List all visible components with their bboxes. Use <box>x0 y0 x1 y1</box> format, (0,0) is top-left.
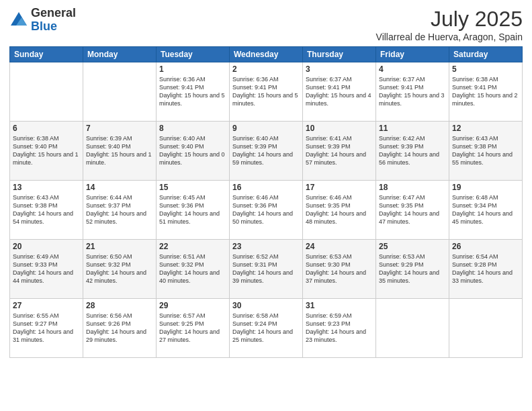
day-number: 27 <box>13 301 80 310</box>
calendar-cell: 10Sunrise: 6:41 AM Sunset: 9:39 PM Dayli… <box>303 122 376 181</box>
day-number: 18 <box>379 183 446 192</box>
logo-blue: Blue <box>31 19 57 33</box>
day-info: Sunrise: 6:38 AM Sunset: 9:41 PM Dayligh… <box>452 75 519 108</box>
weekday-header: Wednesday <box>230 47 303 62</box>
calendar-cell <box>83 62 157 122</box>
weekday-header: Friday <box>376 47 449 62</box>
day-number: 24 <box>306 242 373 251</box>
subtitle: Villarreal de Huerva, Aragon, Spain <box>376 32 523 42</box>
calendar-cell <box>449 299 523 358</box>
weekday-header: Thursday <box>303 47 376 62</box>
calendar-cell: 16Sunrise: 6:46 AM Sunset: 9:36 PM Dayli… <box>230 181 303 240</box>
day-number: 16 <box>232 183 300 192</box>
day-number: 31 <box>306 301 373 310</box>
day-number: 23 <box>232 242 300 251</box>
day-info: Sunrise: 6:49 AM Sunset: 9:33 PM Dayligh… <box>13 253 80 285</box>
main-title: July 2025 <box>376 7 523 32</box>
page: General Blue July 2025 Villarreal de Hue… <box>0 0 532 411</box>
day-number: 19 <box>452 183 519 192</box>
day-info: Sunrise: 6:42 AM Sunset: 9:39 PM Dayligh… <box>379 134 446 167</box>
day-number: 8 <box>159 124 226 133</box>
day-info: Sunrise: 6:53 AM Sunset: 9:30 PM Dayligh… <box>306 253 373 285</box>
calendar-cell: 17Sunrise: 6:46 AM Sunset: 9:35 PM Dayli… <box>303 181 376 240</box>
day-number: 17 <box>306 183 373 192</box>
calendar-cell: 24Sunrise: 6:53 AM Sunset: 9:30 PM Dayli… <box>303 240 376 299</box>
logo: General Blue <box>9 7 76 34</box>
day-number: 4 <box>379 64 446 74</box>
day-info: Sunrise: 6:37 AM Sunset: 9:41 PM Dayligh… <box>379 75 446 108</box>
calendar-header: SundayMondayTuesdayWednesdayThursdayFrid… <box>10 47 523 62</box>
day-number: 13 <box>13 183 80 192</box>
calendar-cell: 22Sunrise: 6:51 AM Sunset: 9:32 PM Dayli… <box>157 240 230 299</box>
calendar: SundayMondayTuesdayWednesdayThursdayFrid… <box>9 46 523 358</box>
calendar-cell: 15Sunrise: 6:45 AM Sunset: 9:36 PM Dayli… <box>157 181 230 240</box>
calendar-cell: 5Sunrise: 6:38 AM Sunset: 9:41 PM Daylig… <box>449 62 523 122</box>
day-number: 28 <box>86 301 153 310</box>
logo-text: General Blue <box>31 7 76 34</box>
day-info: Sunrise: 6:54 AM Sunset: 9:28 PM Dayligh… <box>452 253 519 285</box>
day-number: 29 <box>159 301 226 310</box>
calendar-cell: 6Sunrise: 6:38 AM Sunset: 9:40 PM Daylig… <box>10 122 83 181</box>
calendar-cell: 4Sunrise: 6:37 AM Sunset: 9:41 PM Daylig… <box>376 62 449 122</box>
day-info: Sunrise: 6:46 AM Sunset: 9:36 PM Dayligh… <box>232 193 300 226</box>
day-number: 10 <box>306 124 373 133</box>
calendar-cell <box>10 62 83 122</box>
calendar-cell: 8Sunrise: 6:40 AM Sunset: 9:40 PM Daylig… <box>157 122 230 181</box>
day-number: 7 <box>86 124 153 133</box>
weekday-header: Tuesday <box>157 47 230 62</box>
day-info: Sunrise: 6:37 AM Sunset: 9:41 PM Dayligh… <box>306 75 373 108</box>
day-info: Sunrise: 6:55 AM Sunset: 9:27 PM Dayligh… <box>13 312 80 345</box>
calendar-cell: 7Sunrise: 6:39 AM Sunset: 9:40 PM Daylig… <box>83 122 157 181</box>
day-info: Sunrise: 6:39 AM Sunset: 9:40 PM Dayligh… <box>86 134 153 167</box>
calendar-week-row: 1Sunrise: 6:36 AM Sunset: 9:41 PM Daylig… <box>10 62 523 122</box>
calendar-cell: 11Sunrise: 6:42 AM Sunset: 9:39 PM Dayli… <box>376 122 449 181</box>
calendar-cell: 19Sunrise: 6:48 AM Sunset: 9:34 PM Dayli… <box>449 181 523 240</box>
day-number: 12 <box>452 124 519 133</box>
day-info: Sunrise: 6:36 AM Sunset: 9:41 PM Dayligh… <box>232 75 300 108</box>
day-info: Sunrise: 6:59 AM Sunset: 9:23 PM Dayligh… <box>306 312 373 345</box>
day-number: 14 <box>86 183 153 192</box>
weekday-row: SundayMondayTuesdayWednesdayThursdayFrid… <box>10 47 523 62</box>
day-info: Sunrise: 6:43 AM Sunset: 9:38 PM Dayligh… <box>452 134 519 167</box>
day-info: Sunrise: 6:51 AM Sunset: 9:32 PM Dayligh… <box>159 253 226 285</box>
logo-icon <box>9 11 28 30</box>
day-number: 6 <box>13 124 80 133</box>
day-info: Sunrise: 6:52 AM Sunset: 9:31 PM Dayligh… <box>232 253 300 285</box>
day-info: Sunrise: 6:40 AM Sunset: 9:39 PM Dayligh… <box>232 134 300 167</box>
calendar-cell: 14Sunrise: 6:44 AM Sunset: 9:37 PM Dayli… <box>83 181 157 240</box>
calendar-cell: 31Sunrise: 6:59 AM Sunset: 9:23 PM Dayli… <box>303 299 376 358</box>
calendar-cell: 23Sunrise: 6:52 AM Sunset: 9:31 PM Dayli… <box>230 240 303 299</box>
day-number: 30 <box>232 301 300 310</box>
calendar-cell: 2Sunrise: 6:36 AM Sunset: 9:41 PM Daylig… <box>230 62 303 122</box>
calendar-cell: 25Sunrise: 6:53 AM Sunset: 9:29 PM Dayli… <box>376 240 449 299</box>
calendar-cell: 20Sunrise: 6:49 AM Sunset: 9:33 PM Dayli… <box>10 240 83 299</box>
calendar-cell: 29Sunrise: 6:57 AM Sunset: 9:25 PM Dayli… <box>157 299 230 358</box>
day-number: 2 <box>232 64 300 74</box>
title-block: July 2025 Villarreal de Huerva, Aragon, … <box>376 7 523 42</box>
day-info: Sunrise: 6:58 AM Sunset: 9:24 PM Dayligh… <box>232 312 300 345</box>
day-number: 20 <box>13 242 80 251</box>
weekday-header: Saturday <box>449 47 523 62</box>
calendar-cell: 27Sunrise: 6:55 AM Sunset: 9:27 PM Dayli… <box>10 299 83 358</box>
calendar-week-row: 13Sunrise: 6:43 AM Sunset: 9:38 PM Dayli… <box>10 181 523 240</box>
calendar-cell: 28Sunrise: 6:56 AM Sunset: 9:26 PM Dayli… <box>83 299 157 358</box>
calendar-cell: 12Sunrise: 6:43 AM Sunset: 9:38 PM Dayli… <box>449 122 523 181</box>
calendar-cell: 21Sunrise: 6:50 AM Sunset: 9:32 PM Dayli… <box>83 240 157 299</box>
day-number: 9 <box>232 124 300 133</box>
calendar-cell: 18Sunrise: 6:47 AM Sunset: 9:35 PM Dayli… <box>376 181 449 240</box>
day-info: Sunrise: 6:46 AM Sunset: 9:35 PM Dayligh… <box>306 193 373 226</box>
day-number: 15 <box>159 183 226 192</box>
day-number: 5 <box>452 64 519 74</box>
day-number: 3 <box>306 64 373 74</box>
day-info: Sunrise: 6:56 AM Sunset: 9:26 PM Dayligh… <box>86 312 153 345</box>
calendar-week-row: 20Sunrise: 6:49 AM Sunset: 9:33 PM Dayli… <box>10 240 523 299</box>
calendar-week-row: 6Sunrise: 6:38 AM Sunset: 9:40 PM Daylig… <box>10 122 523 181</box>
day-info: Sunrise: 6:40 AM Sunset: 9:40 PM Dayligh… <box>159 134 226 167</box>
weekday-header: Monday <box>83 47 157 62</box>
weekday-header: Sunday <box>10 47 83 62</box>
day-info: Sunrise: 6:53 AM Sunset: 9:29 PM Dayligh… <box>379 253 446 285</box>
header: General Blue July 2025 Villarreal de Hue… <box>9 7 523 42</box>
calendar-cell: 3Sunrise: 6:37 AM Sunset: 9:41 PM Daylig… <box>303 62 376 122</box>
day-info: Sunrise: 6:48 AM Sunset: 9:34 PM Dayligh… <box>452 193 519 226</box>
day-info: Sunrise: 6:44 AM Sunset: 9:37 PM Dayligh… <box>86 193 153 226</box>
